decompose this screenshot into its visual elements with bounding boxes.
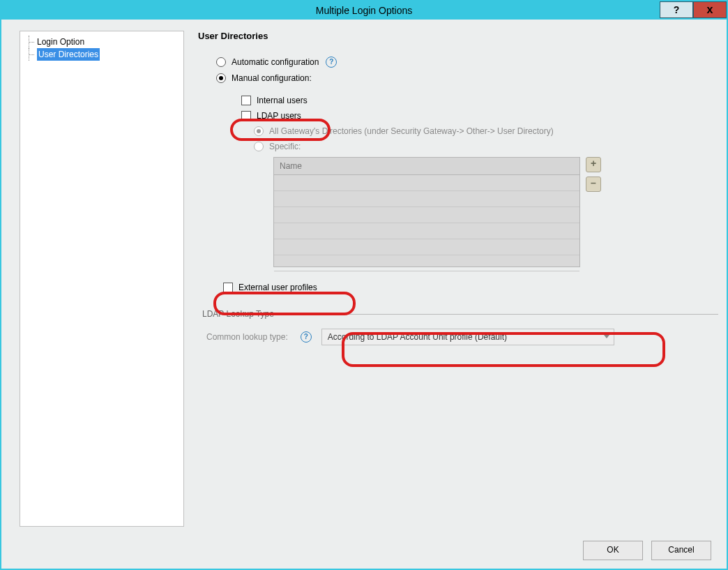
help-button[interactable]: ? — [660, 1, 693, 18]
content-panel: User Directories Automatic configuration… — [198, 31, 718, 537]
table-row — [274, 175, 579, 191]
automatic-configuration-radio[interactable] — [216, 57, 226, 67]
radio-row-all-directories: All Gateway's Directories (under Securit… — [254, 126, 718, 136]
remove-button[interactable]: – — [586, 177, 601, 192]
checkbox-row-ldap-users: LDAP users — [241, 111, 718, 121]
internal-users-label: Internal users — [257, 96, 308, 105]
dialog-buttons: OK Cancel — [583, 541, 711, 560]
radio-row-automatic: Automatic configuration ? — [216, 57, 718, 68]
common-lookup-type-dropdown[interactable]: According to LDAP Account Unit profile (… — [321, 329, 614, 345]
all-directories-radio — [254, 126, 264, 136]
internal-users-checkbox[interactable] — [241, 96, 251, 105]
add-button[interactable]: + — [586, 157, 601, 172]
dropdown-value: According to LDAP Account Unit profile (… — [328, 332, 507, 342]
dialog-window: Multiple Login Options ? x Login Option … — [0, 0, 728, 570]
table-row — [274, 191, 579, 207]
external-user-profiles-label: External user profiles — [238, 283, 317, 292]
help-icon[interactable]: ? — [326, 57, 337, 68]
radio-row-manual: Manual configuration: — [216, 73, 718, 83]
section-divider — [280, 314, 718, 315]
help-icon[interactable]: ? — [301, 331, 312, 343]
table-row — [274, 239, 579, 255]
titlebar-controls: ? x — [660, 1, 727, 18]
tree-item-label: User Directories — [37, 48, 100, 61]
ldap-users-label: LDAP users — [257, 111, 301, 121]
checkbox-row-external-profiles: External user profiles — [223, 283, 718, 292]
name-table-header: Name — [274, 158, 579, 175]
window-title: Multiple Login Options — [316, 5, 413, 16]
name-table-container: Name + – — [273, 157, 718, 267]
table-buttons: + – — [586, 157, 601, 267]
checkbox-row-internal-users: Internal users — [241, 96, 718, 105]
name-table: Name — [273, 157, 580, 267]
radio-row-specific: Specific: — [254, 142, 718, 151]
ldap-lookup-section-label: LDAP Lookup Type — [202, 309, 274, 319]
specific-radio — [254, 142, 264, 151]
nav-tree: Login Option User Directories — [20, 31, 184, 527]
tree-item-user-directories[interactable]: User Directories — [26, 48, 178, 61]
cancel-button[interactable]: Cancel — [651, 541, 711, 560]
ok-button[interactable]: OK — [583, 541, 643, 560]
ldap-users-checkbox[interactable] — [241, 111, 251, 121]
table-row — [274, 207, 579, 223]
chevron-down-icon — [604, 335, 609, 338]
common-lookup-type-label: Common lookup type: — [206, 332, 288, 342]
dialog-body: Login Option User Directories User Direc… — [10, 31, 718, 537]
table-row — [274, 255, 579, 271]
specific-label: Specific: — [269, 142, 301, 151]
lookup-row: Common lookup type: ? According to LDAP … — [206, 329, 718, 345]
close-button[interactable]: x — [693, 1, 727, 18]
external-user-profiles-checkbox[interactable] — [223, 283, 233, 292]
page-title: User Directories — [198, 31, 718, 41]
ldap-lookup-section-header: LDAP Lookup Type — [202, 309, 718, 319]
table-row — [274, 223, 579, 239]
manual-configuration-label: Manual configuration: — [232, 73, 312, 83]
automatic-configuration-label: Automatic configuration — [232, 57, 319, 67]
all-directories-label: All Gateway's Directories (under Securit… — [269, 126, 554, 136]
titlebar: Multiple Login Options ? x — [1, 1, 727, 20]
manual-configuration-radio[interactable] — [216, 73, 226, 83]
tree-item-label: Login Option — [37, 37, 84, 47]
tree-item-login-option[interactable]: Login Option — [26, 36, 178, 48]
